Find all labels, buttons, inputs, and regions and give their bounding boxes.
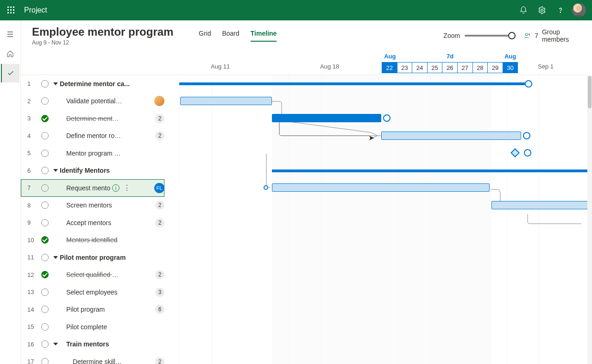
- assignee-count-badge[interactable]: 6: [155, 305, 164, 314]
- selection-day-cell[interactable]: 27: [457, 62, 473, 73]
- task-row-number: 7: [27, 184, 38, 191]
- selection-day-cell[interactable]: 29: [487, 62, 503, 73]
- milestone-circle-row5[interactable]: [524, 149, 531, 157]
- timeline-selection[interactable]: Aug 7d Aug 222324252627282930: [382, 53, 518, 73]
- milestone-circle-row1[interactable]: [525, 80, 532, 88]
- more-options-icon[interactable]: ⋮: [123, 183, 130, 192]
- task-status-checkbox[interactable]: [41, 132, 49, 139]
- task-status-checkbox[interactable]: [41, 323, 49, 331]
- task-status-checkbox[interactable]: [41, 289, 49, 296]
- group-members[interactable]: 7 Group members: [524, 28, 581, 43]
- task-row[interactable]: 15Pilot complete: [21, 318, 164, 336]
- task-row[interactable]: 12Select qualified men...2: [21, 266, 164, 284]
- view-tabs: Grid Board Timeline: [199, 30, 277, 42]
- selection-start-label: Aug: [382, 53, 398, 62]
- task-status-checkbox[interactable]: [41, 150, 49, 157]
- task-row[interactable]: 16Train mentors: [21, 336, 164, 353]
- task-row[interactable]: 4Define mentor roles ...2: [21, 127, 164, 145]
- zoom-slider[interactable]: [465, 35, 513, 37]
- task-row[interactable]: 11Pilot mentor program: [21, 249, 164, 266]
- assignee-count-badge[interactable]: 3: [155, 288, 164, 297]
- task-row[interactable]: 7Request mentoi⋮FL: [21, 179, 164, 197]
- task-status-checkbox[interactable]: [41, 184, 49, 192]
- milestone-circle-row3[interactable]: [383, 114, 390, 122]
- task-status-checkbox[interactable]: [41, 167, 49, 174]
- task-status-checkbox[interactable]: [41, 358, 49, 364]
- assignee-count-badge[interactable]: 2: [155, 218, 164, 227]
- main-header: Employee mentor program Aug 9 - Nov 12 G…: [21, 20, 592, 51]
- task-row[interactable]: 8Screen mentors2: [21, 197, 164, 214]
- task-status-checkbox[interactable]: [41, 271, 49, 278]
- task-row[interactable]: 3Determine mentor q...2: [21, 110, 164, 127]
- info-icon[interactable]: i: [112, 184, 120, 192]
- zoom-slider-thumb[interactable]: [508, 32, 516, 39]
- summary-bar-row6[interactable]: [272, 169, 587, 172]
- task-status-checkbox[interactable]: [41, 236, 49, 244]
- assignee-count-badge[interactable]: 2: [155, 270, 164, 279]
- content-area: 1Determine mentor ca...2Validate potenti…: [21, 75, 587, 364]
- help-icon[interactable]: [551, 1, 570, 19]
- task-name: Train mentors: [60, 340, 109, 348]
- task-status-checkbox[interactable]: [41, 115, 49, 122]
- task-row[interactable]: 6Identify Mentors: [21, 162, 164, 180]
- task-bar-row4[interactable]: [381, 132, 521, 140]
- task-status-checkbox[interactable]: [41, 201, 49, 209]
- assignee-count-badge[interactable]: 2: [155, 114, 164, 123]
- expand-collapse-icon[interactable]: [53, 169, 58, 172]
- home-icon[interactable]: [1, 44, 19, 63]
- task-row[interactable]: 1Determine mentor ca...: [21, 75, 164, 93]
- assignee-count-badge[interactable]: 2: [155, 357, 164, 364]
- task-start-dot-row7[interactable]: [264, 185, 268, 190]
- task-row[interactable]: 13Select employees3: [21, 283, 164, 301]
- tasks-nav-icon[interactable]: [1, 64, 19, 82]
- svg-rect-1: [10, 6, 12, 8]
- assignee-initials-badge[interactable]: FL: [154, 183, 164, 193]
- task-bar-row2[interactable]: [180, 97, 272, 105]
- task-status-checkbox[interactable]: [41, 219, 49, 226]
- task-status-checkbox[interactable]: [41, 340, 49, 348]
- task-bar-row3[interactable]: [272, 114, 381, 122]
- task-status-checkbox[interactable]: [41, 306, 49, 313]
- task-row-number: 3: [27, 115, 38, 122]
- summary-bar-row1[interactable]: [179, 82, 525, 85]
- assignee-avatar[interactable]: [154, 96, 164, 106]
- task-name: Pilot complete: [60, 323, 107, 331]
- task-bar-row8[interactable]: [491, 201, 587, 209]
- vertical-scrollbar[interactable]: [587, 75, 592, 364]
- selection-day-cell[interactable]: 25: [427, 62, 443, 73]
- selection-day-cell[interactable]: 30: [503, 62, 518, 73]
- task-row[interactable]: 14Pilot program6: [21, 301, 164, 319]
- waffle-icon[interactable]: [4, 3, 19, 18]
- assignee-count-badge[interactable]: 2: [155, 131, 164, 140]
- vertical-scrollbar-thumb[interactable]: [588, 76, 592, 108]
- selection-day-cell[interactable]: 26: [442, 62, 458, 73]
- task-row[interactable]: 10Mentors identified: [21, 232, 164, 249]
- task-row[interactable]: 17Determine skills g...2: [21, 353, 164, 364]
- task-row[interactable]: 2Validate potential jo...: [21, 93, 164, 110]
- user-avatar[interactable]: [570, 1, 588, 19]
- task-bar-row7[interactable]: [272, 183, 490, 192]
- tab-board[interactable]: Board: [222, 30, 239, 42]
- expand-collapse-icon[interactable]: [53, 256, 58, 259]
- task-row[interactable]: 9Accept mentors2: [21, 214, 164, 232]
- notifications-icon[interactable]: [514, 1, 533, 19]
- selection-day-cell[interactable]: 24: [412, 62, 428, 73]
- tab-timeline[interactable]: Timeline: [251, 30, 277, 42]
- hamburger-icon[interactable]: [1, 25, 19, 44]
- svg-rect-2: [13, 6, 14, 8]
- expand-collapse-icon[interactable]: [53, 343, 58, 345]
- settings-icon[interactable]: [533, 1, 551, 19]
- task-row[interactable]: 5Mentor program def...: [21, 144, 164, 162]
- assignee-count-badge[interactable]: 2: [155, 201, 164, 210]
- task-row-number: 5: [27, 150, 38, 157]
- selection-day-cell[interactable]: 23: [397, 62, 413, 73]
- task-status-checkbox[interactable]: [41, 97, 49, 105]
- task-status-checkbox[interactable]: [41, 80, 49, 88]
- tab-grid[interactable]: Grid: [199, 30, 211, 42]
- selection-day-cell[interactable]: 28: [472, 62, 488, 73]
- task-status-checkbox[interactable]: [41, 254, 49, 261]
- selection-day-cell[interactable]: 22: [382, 62, 397, 73]
- milestone-circle-row4[interactable]: [523, 132, 530, 139]
- expand-collapse-icon[interactable]: [53, 82, 58, 85]
- gantt-chart[interactable]: ➤: [164, 75, 587, 364]
